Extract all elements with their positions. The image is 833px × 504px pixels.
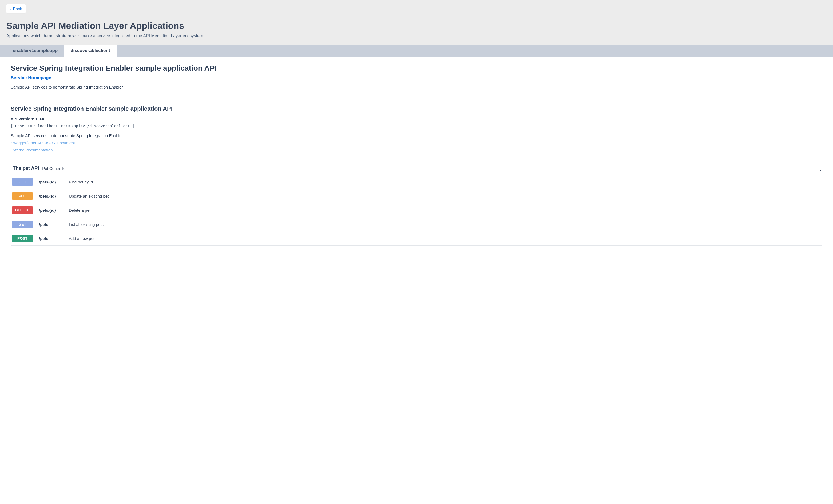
tab-enablerv1sampleapp[interactable]: enablerv1sampleapp <box>6 45 64 56</box>
tab-discoverableclient[interactable]: discoverableclient <box>64 45 116 56</box>
endpoint-description: Add a new pet <box>69 236 94 241</box>
endpoint-description: Update an existing pet <box>69 194 109 198</box>
endpoint-description: Find pet by id <box>69 180 93 184</box>
endpoint-row[interactable]: GET/pets/{id}Find pet by id <box>11 175 822 189</box>
external-doc-link[interactable]: External documentation <box>11 148 822 152</box>
endpoints-group-desc: Pet Controller <box>42 166 67 171</box>
page-title: Sample API Mediation Layer Applications <box>6 21 827 31</box>
back-button[interactable]: ‹ Back <box>6 4 26 13</box>
page-header-area: ‹ Back Sample API Mediation Layer Applic… <box>0 0 833 45</box>
endpoint-path: /pets/{id} <box>39 208 63 212</box>
endpoint-row[interactable]: GET/petsList all existing pets <box>11 217 822 231</box>
endpoints-group-header[interactable]: The pet API Pet Controller ⌄ <box>11 166 822 175</box>
back-button-label: Back <box>13 6 22 11</box>
api-info-block: Service Spring Integration Enabler sampl… <box>11 105 822 152</box>
chevron-down-icon: ⌄ <box>819 167 822 172</box>
page-subtitle: Applications which demonstrate how to ma… <box>6 33 827 39</box>
endpoints-block: The pet API Pet Controller ⌄ GET/pets/{i… <box>11 166 822 246</box>
service-description: Sample API services to demonstrate Sprin… <box>11 85 822 89</box>
api-version-label: API Version: 1.0.0 <box>11 117 822 121</box>
method-badge-get: GET <box>12 178 33 185</box>
method-badge-put: PUT <box>12 192 33 200</box>
content-area: Service Spring Integration Enabler sampl… <box>0 56 833 253</box>
endpoint-path: /pets <box>39 236 63 241</box>
api-description: Sample API services to demonstrate Sprin… <box>11 133 822 138</box>
api-title: Service Spring Integration Enabler sampl… <box>11 105 822 112</box>
endpoint-row[interactable]: PUT/pets/{id}Update an existing pet <box>11 189 822 203</box>
endpoint-row[interactable]: POST/petsAdd a new pet <box>11 231 822 246</box>
endpoint-description: List all existing pets <box>69 222 103 227</box>
endpoint-description: Delete a pet <box>69 208 91 212</box>
method-badge-post: POST <box>12 235 33 242</box>
endpoint-path: /pets <box>39 222 63 227</box>
api-base-url: [ Base URL: localhost:10010/api/v1/disco… <box>11 124 822 128</box>
endpoint-row[interactable]: DELETE/pets/{id}Delete a pet <box>11 203 822 217</box>
endpoint-path: /pets/{id} <box>39 194 63 198</box>
swagger-json-link[interactable]: Swagger/OpenAPI JSON Document <box>11 141 822 145</box>
endpoints-list: GET/pets/{id}Find pet by idPUT/pets/{id}… <box>11 175 822 246</box>
chevron-left-icon: ‹ <box>10 7 11 11</box>
endpoints-group-name: The pet API <box>13 166 39 171</box>
method-badge-delete: DELETE <box>12 206 33 214</box>
service-title: Service Spring Integration Enabler sampl… <box>11 64 822 73</box>
endpoint-path: /pets/{id} <box>39 180 63 184</box>
tab-bar: enablerv1sampleappdiscoverableclient <box>0 45 833 56</box>
method-badge-get: GET <box>12 221 33 228</box>
service-homepage-link[interactable]: Service Homepage <box>11 75 51 80</box>
